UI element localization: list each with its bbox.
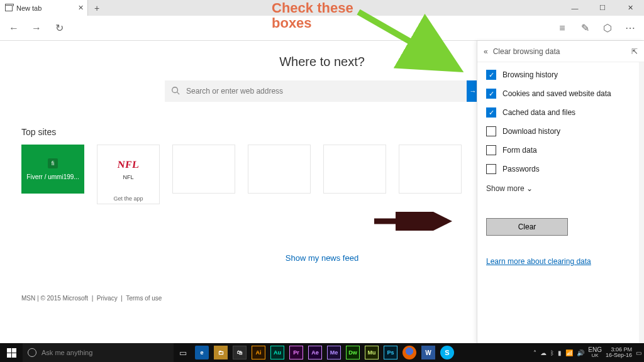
checkbox-icon	[486, 126, 496, 136]
cortana-placeholder: Ask me anything	[42, 349, 92, 356]
fiverr-icon: fi	[48, 158, 58, 168]
checkbox-download-history[interactable]: Download history	[486, 126, 635, 136]
minimize-button[interactable]: —	[561, 0, 589, 16]
page-content: Where to next? → Top sites fi Fiverr / u…	[0, 41, 644, 343]
search-bar[interactable]: →	[165, 80, 479, 102]
tile-empty[interactable]	[399, 145, 462, 194]
svg-line-1	[177, 92, 180, 94]
taskbar-firefox[interactable]	[400, 343, 419, 362]
tray-chevron-up-icon[interactable]: ˄	[533, 349, 536, 356]
system-tray: ˄ ☁ ᛒ ▮ 📶 🔊 ENG UK 3:06 PM 16-Sep-16 ▭	[533, 347, 644, 358]
tile-empty[interactable]	[172, 145, 235, 194]
close-window-button[interactable]: ✕	[616, 0, 644, 16]
tray-volume-icon[interactable]: 🔊	[577, 349, 584, 356]
taskbar-explorer[interactable]: 🗀	[211, 343, 230, 362]
search-input[interactable]	[186, 87, 479, 96]
windows-icon	[7, 348, 16, 358]
learn-more-link[interactable]: Learn more about clearing data	[486, 257, 635, 266]
checkbox-label: Cookies and saved website data	[502, 89, 611, 98]
footer-terms[interactable]: Terms of use	[126, 295, 162, 302]
taskbar-illustrator[interactable]: Ai	[249, 343, 268, 362]
taskbar-aftereffects[interactable]: Ae	[306, 343, 325, 362]
new-tab-button[interactable]: +	[88, 0, 106, 16]
tray-bluetooth-icon[interactable]: ᛒ	[550, 349, 554, 356]
checkbox-label: Download history	[502, 127, 560, 136]
tile-fiverr[interactable]: fi Fiverr / ummi199...	[21, 145, 84, 194]
tile-empty[interactable]	[323, 145, 386, 194]
checkbox-passwords[interactable]: Passwords	[486, 164, 635, 174]
checkbox-form-data[interactable]: Form data	[486, 145, 635, 155]
checkbox-icon: ✓	[486, 107, 496, 118]
chevron-down-icon: ⌄	[526, 184, 533, 193]
cortana-icon	[28, 348, 36, 357]
svg-point-0	[172, 87, 178, 92]
checkbox-browsing-history[interactable]: ✓ Browsing history	[486, 70, 635, 80]
taskbar-mediaencoder[interactable]: Me	[325, 343, 343, 362]
pin-icon[interactable]: ⇱	[631, 47, 638, 56]
task-view-button[interactable]: ▭	[174, 343, 192, 362]
checkbox-icon: ✓	[486, 89, 496, 99]
tray-wifi-icon[interactable]: 📶	[565, 349, 573, 356]
maximize-button[interactable]: ☐	[589, 0, 616, 16]
tile-nfl[interactable]: NFL NFL	[97, 145, 160, 194]
start-button[interactable]	[0, 348, 23, 358]
checkbox-icon: ✓	[486, 70, 496, 80]
taskbar-store[interactable]: 🛍	[230, 343, 249, 362]
tile-empty[interactable]	[248, 145, 311, 194]
checkbox-label: Cached data and files	[502, 108, 575, 117]
checkbox-label: Browsing history	[502, 70, 558, 79]
page-icon	[5, 5, 13, 11]
taskbar-photoshop[interactable]: Ps	[381, 343, 400, 362]
footer-privacy[interactable]: Privacy	[97, 295, 118, 302]
tile-caption: NFL	[123, 174, 133, 180]
hub-button[interactable]: ≡	[552, 18, 572, 38]
clear-button[interactable]: Clear	[486, 218, 568, 236]
refresh-button[interactable]: ↻	[49, 18, 69, 38]
cortana-search[interactable]: Ask me anything	[23, 343, 174, 362]
panel-back-icon[interactable]: «	[484, 47, 488, 56]
share-button[interactable]: ⬡	[597, 18, 618, 38]
more-button[interactable]: ⋯	[620, 18, 640, 38]
taskbar-premiere[interactable]: Pr	[287, 343, 306, 362]
tray-kb-label: UK	[588, 353, 602, 358]
back-button[interactable]: ←	[4, 18, 24, 38]
checkbox-icon	[486, 164, 496, 174]
show-more-toggle[interactable]: Show more ⌄	[486, 184, 635, 193]
checkbox-label: Passwords	[502, 165, 540, 173]
tile-caption: Fiverr / ummi199...	[26, 173, 79, 180]
footer-copyright: © 2015 Microsoft	[40, 295, 88, 302]
webnote-button[interactable]: ✎	[575, 18, 595, 38]
panel-header: « Clear browsing data ⇱	[477, 41, 644, 62]
taskbar-word[interactable]: W	[419, 343, 438, 362]
close-tab-icon[interactable]: ✕	[78, 4, 84, 12]
show-news-link[interactable]: Show my news feed	[286, 253, 358, 263]
forward-button[interactable]: →	[26, 18, 47, 38]
get-app-link[interactable]: Get the app	[97, 194, 160, 204]
tray-clock[interactable]: 3:06 PM 16-Sep-16	[606, 347, 632, 358]
annotation-line: Check these	[272, 0, 353, 16]
clear-data-panel: « Clear browsing data ⇱ ✓ Browsing histo…	[477, 41, 644, 343]
panel-scrollbar[interactable]	[639, 62, 644, 343]
task-icons: ▭ e 🗀 🛍 Ai Au Pr Ae Me Dw Mu Ps W S	[174, 343, 457, 362]
checkbox-cookies[interactable]: ✓ Cookies and saved website data	[486, 89, 635, 99]
search-icon	[165, 86, 186, 97]
tab-label: New tab	[16, 4, 42, 12]
tray-battery-icon[interactable]: ▮	[558, 349, 562, 356]
taskbar-dreamweaver[interactable]: Dw	[343, 343, 362, 362]
tray-notifications-icon[interactable]: ▭	[636, 349, 641, 356]
taskbar-edge[interactable]: e	[192, 343, 211, 362]
taskbar-muse[interactable]: Mu	[362, 343, 381, 362]
annotation-arrow-green	[352, 6, 465, 75]
taskbar: Ask me anything ▭ e 🗀 🛍 Ai Au Pr Ae Me D…	[0, 343, 644, 362]
taskbar-skype[interactable]: S	[438, 343, 457, 362]
tray-onedrive-icon[interactable]: ☁	[540, 349, 547, 356]
show-more-label: Show more	[486, 184, 525, 193]
checkbox-cached[interactable]: ✓ Cached data and files	[486, 107, 635, 118]
tray-language[interactable]: ENG UK	[588, 347, 602, 358]
tile-nfl-wrap: NFL NFL Get the app	[97, 145, 160, 204]
svg-line-3	[358, 12, 453, 66]
browser-tab[interactable]: New tab ✕	[0, 0, 88, 16]
page-footer: MSN | © 2015 Microsoft | Privacy | Terms…	[21, 295, 162, 302]
footer-msn[interactable]: MSN	[21, 295, 35, 302]
taskbar-audition[interactable]: Au	[268, 343, 287, 362]
